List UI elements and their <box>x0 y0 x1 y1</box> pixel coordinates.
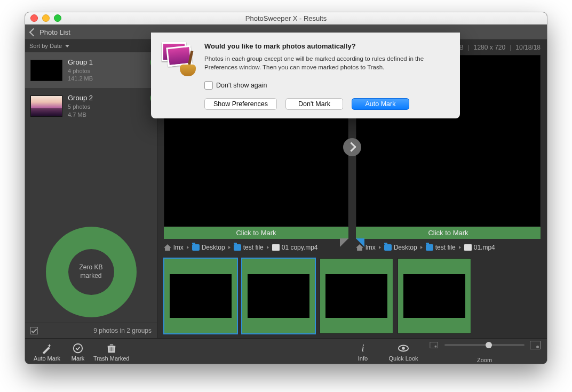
chevron-right-icon <box>346 142 356 151</box>
file-dims: 1280 x 720 <box>474 44 505 51</box>
path-right[interactable]: lmx Desktop test file 01.mp4 <box>356 242 541 253</box>
group-size: 4.7 MB <box>68 111 93 119</box>
wand-icon <box>41 342 53 354</box>
left-selection-corner-icon <box>340 238 348 247</box>
trash-label: Trash Marked <box>93 355 129 362</box>
toolbar: Auto Mark Mark Trash Marked i Info Quick… <box>25 338 547 364</box>
mark-button[interactable]: Mark <box>62 342 93 362</box>
marked-size-donut: Zero KB marked <box>46 227 137 317</box>
zoom-large-icon <box>530 341 541 349</box>
strip-thumb-2[interactable] <box>242 258 315 334</box>
folder-icon <box>384 244 392 251</box>
thumbnail-strip <box>157 254 547 338</box>
minimize-icon[interactable] <box>42 14 50 22</box>
group-count: 4 photos <box>68 67 93 75</box>
path-seg: test file <box>243 244 264 251</box>
window-title: PhotoSweeper X - Results <box>25 14 547 22</box>
quick-look-button[interactable]: Quick Look <box>388 342 419 362</box>
zoom-label: Zoom <box>444 357 525 363</box>
zoom-small-icon <box>430 342 438 348</box>
chevron-left-icon <box>29 28 38 36</box>
titlebar: PhotoSweeper X - Results <box>25 12 547 25</box>
auto-mark-dialog: Would you like to mark photos automatica… <box>151 33 460 118</box>
folder-icon <box>192 244 200 251</box>
file-icon <box>272 244 280 251</box>
next-pair-button[interactable] <box>343 138 361 156</box>
trash-icon <box>106 342 117 354</box>
strip-thumb-3[interactable] <box>320 258 393 334</box>
select-all-checkbox-icon[interactable] <box>30 327 38 334</box>
eye-icon <box>398 342 409 354</box>
mark-left-button[interactable]: Click to Mark <box>164 227 348 239</box>
quick-look-label: Quick Look <box>388 355 418 362</box>
path-seg: Desktop <box>202 244 225 251</box>
dont-show-label: Don't show again <box>216 82 267 89</box>
auto-mark-label: Auto Mark <box>34 355 60 362</box>
auto-mark-confirm-button[interactable]: Auto Mark <box>352 98 409 110</box>
path-sep-icon <box>267 246 269 249</box>
sidebar-group-1[interactable]: Group 1 4 photos 141.2 MB 4 <box>25 52 157 88</box>
file-icon <box>464 244 472 251</box>
chevron-down-icon <box>65 45 69 47</box>
back-label: Photo List <box>39 28 70 36</box>
path-user: lmx <box>173 244 184 251</box>
info-button[interactable]: i Info <box>347 342 378 362</box>
group-count: 5 photos <box>68 103 93 111</box>
zoom-window-icon[interactable] <box>54 14 61 22</box>
svg-point-3 <box>402 347 405 350</box>
group-thumb-icon <box>30 95 62 117</box>
auto-mark-button[interactable]: Auto Mark <box>31 342 62 362</box>
path-sep-icon <box>228 246 231 249</box>
path-sep-icon <box>459 246 461 249</box>
group-name: Group 1 <box>68 58 93 67</box>
group-name: Group 2 <box>68 93 93 103</box>
sidebar-summary: 9 photos in 2 groups <box>93 327 152 334</box>
checkbox-icon <box>204 81 213 90</box>
svg-text:i: i <box>361 343 364 354</box>
dialog-title: Would you like to mark photos automatica… <box>204 42 449 50</box>
sidebar-footer: 9 photos in 2 groups <box>25 323 157 338</box>
file-date: 10/18/18 <box>515 44 541 51</box>
strip-thumb-1[interactable] <box>164 258 237 334</box>
path-sep-icon <box>187 246 189 249</box>
dialog-broom-icon <box>162 42 196 76</box>
dont-mark-button[interactable]: Don't Mark <box>285 98 343 110</box>
folder-icon <box>234 244 241 251</box>
home-icon <box>164 244 171 251</box>
sort-menu[interactable]: Sort by Date <box>25 40 157 52</box>
path-left[interactable]: lmx Desktop test file 01 copy.mp4 <box>164 242 348 253</box>
strip-thumb-4[interactable] <box>398 258 471 334</box>
donut-line1: Zero KB <box>79 263 102 271</box>
dont-show-again-checkbox[interactable]: Don't show again <box>204 81 449 90</box>
path-seg: Desktop <box>394 244 417 251</box>
mark-icon <box>72 342 84 354</box>
info-icon: i <box>357 342 369 354</box>
show-preferences-button[interactable]: Show Preferences <box>204 98 277 110</box>
path-file: 01.mp4 <box>474 244 495 251</box>
group-thumb-icon <box>30 60 62 81</box>
path-sep-icon <box>379 246 381 249</box>
mark-right-button[interactable]: Click to Mark <box>356 227 541 239</box>
sidebar-group-2[interactable]: Group 2 5 photos 4.7 MB 5 <box>25 88 157 124</box>
path-sep-icon <box>420 246 423 249</box>
svg-point-0 <box>74 344 83 353</box>
close-icon[interactable] <box>30 14 38 22</box>
path-seg: test file <box>435 244 456 251</box>
back-to-photo-list[interactable]: Photo List <box>25 28 76 36</box>
zoom-slider[interactable] <box>444 344 525 346</box>
info-label: Info <box>358 355 368 362</box>
dialog-body: Photos in each group except one will be … <box>204 54 449 71</box>
app-window: PhotoSweeper X - Results Photo List Sort… <box>25 12 547 364</box>
path-user: lmx <box>366 244 376 251</box>
mark-label: Mark <box>72 355 84 362</box>
donut-line2: marked <box>80 272 101 279</box>
path-file: 01 copy.mp4 <box>282 244 318 251</box>
folder-icon <box>426 244 433 251</box>
sidebar: Sort by Date Group 1 4 photos 141.2 MB 4 <box>25 40 157 338</box>
trash-marked-button[interactable]: Trash Marked <box>93 342 129 362</box>
group-size: 141.2 MB <box>68 75 93 83</box>
sort-label: Sort by Date <box>29 43 62 49</box>
